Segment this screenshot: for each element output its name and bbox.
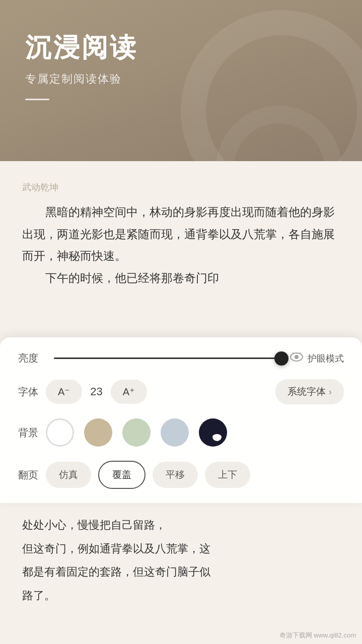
bottom-para-2: 但这奇门，例如通背拳以及八荒掌，这 <box>22 539 340 559</box>
font-family-button[interactable]: 系统字体 › <box>275 379 344 404</box>
svg-line-4 <box>300 352 301 353</box>
eye-icon <box>289 352 304 364</box>
control-panel: 亮度 护眼模式 <box>0 337 362 503</box>
pageturn-fugai[interactable]: 覆盖 <box>98 461 146 489</box>
bg-dark-option[interactable] <box>199 418 227 447</box>
bottom-reading-text: 处处小心，慢慢把自己留路， 但这奇门，例如通背拳以及八荒掌，这 都是有着固定的套… <box>22 515 340 606</box>
eye-mode-toggle[interactable]: 护眼模式 <box>289 352 344 365</box>
brightness-slider-wrap <box>54 357 281 359</box>
font-size-display: 23 <box>84 385 108 398</box>
main-reading-area: 武动乾坤 黑暗的精神空间中，林动的身影再度出现而随着他的身影出现，两道光影也是紧… <box>0 161 362 644</box>
reading-text: 黑暗的精神空间中，林动的身影再度出现而随着他的身影出现，两道光影也是紧随而现，通… <box>22 201 340 290</box>
svg-point-1 <box>295 355 299 359</box>
divider <box>25 99 49 100</box>
brightness-label: 亮度 <box>18 351 46 365</box>
watermark: 奇游下载网 www.qi82.com <box>279 631 356 640</box>
bottom-para-3: 都是有着固定的套路，但这奇门脑子似 <box>22 562 340 583</box>
bottom-para-4: 路了。 <box>22 586 340 606</box>
pageturn-pingyi[interactable]: 平移 <box>153 462 198 488</box>
slider-thumb[interactable] <box>274 351 288 366</box>
bg-label: 背景 <box>18 426 46 440</box>
sub-title: 专属定制阅读体验 <box>25 71 337 87</box>
svg-line-2 <box>293 352 294 353</box>
reading-para-2: 下午的时候，他已经将那卷奇门印 <box>22 267 340 290</box>
slider-track[interactable] <box>54 357 281 359</box>
bg-options <box>46 418 344 447</box>
font-label: 字体 <box>18 385 46 399</box>
bg-green-option[interactable] <box>122 418 151 447</box>
bg-white-option[interactable] <box>46 418 74 447</box>
font-increase-button[interactable]: A⁺ <box>111 380 147 404</box>
reading-content-top: 武动乾坤 黑暗的精神空间中，林动的身影再度出现而随着他的身影出现，两道光影也是紧… <box>0 161 362 300</box>
font-controls: A⁻ 23 A⁺ <box>46 380 275 404</box>
chevron-right-icon: › <box>329 387 332 397</box>
bottom-reading-area: 处处小心，慢慢把自己留路， 但这奇门，例如通背拳以及八荒掌，这 都是有着固定的套… <box>0 503 362 644</box>
font-decrease-button[interactable]: A⁻ <box>46 380 82 404</box>
pageturn-fanzhen[interactable]: 仿真 <box>46 462 91 488</box>
brightness-row: 亮度 护眼模式 <box>18 351 344 365</box>
bg-beige-option[interactable] <box>84 418 112 447</box>
pageturn-label: 翻页 <box>18 468 46 482</box>
pageturn-row: 翻页 仿真 覆盖 平移 上下 <box>18 461 344 489</box>
book-title-inline: 武动乾坤 <box>22 181 340 193</box>
font-row: 字体 A⁻ 23 A⁺ 系统字体 › <box>18 379 344 404</box>
pageturn-shangxia[interactable]: 上下 <box>205 462 250 488</box>
font-family-label: 系统字体 <box>287 385 326 398</box>
eye-mode-label: 护眼模式 <box>308 352 344 365</box>
main-title: 沉浸阅读 <box>25 30 337 65</box>
bottom-para-1: 处处小心，慢慢把自己留路， <box>22 515 340 536</box>
background-row: 背景 <box>18 418 344 447</box>
reading-para-1: 黑暗的精神空间中，林动的身影再度出现而随着他的身影出现，两道光影也是紧随而现，通… <box>22 201 340 267</box>
pageturn-options: 仿真 覆盖 平移 上下 <box>46 461 344 489</box>
bg-bluegray-option[interactable] <box>161 418 189 447</box>
